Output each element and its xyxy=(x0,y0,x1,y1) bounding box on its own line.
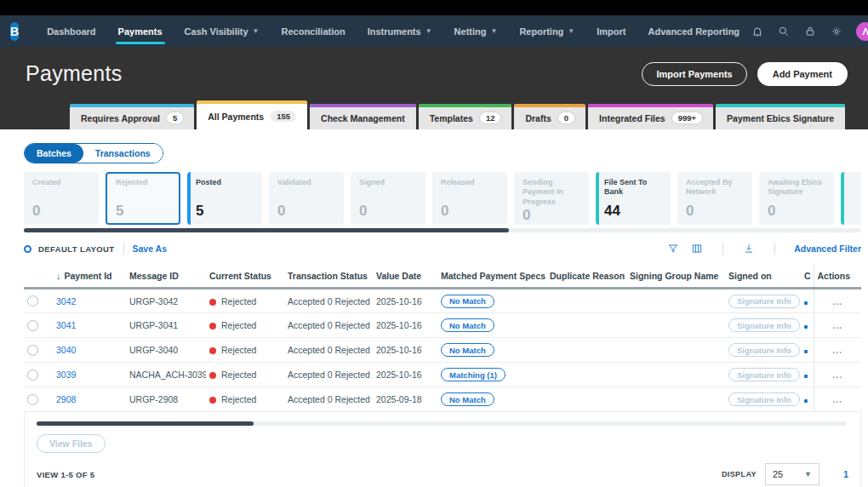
status-card-released[interactable]: Released0 xyxy=(432,172,507,225)
table-row: 2908 URGP-2908 Rejected Accepted 0 Rejec… xyxy=(24,387,861,412)
status-card-sending-payment-in-progress[interactable]: Sending Payment In Progress0 xyxy=(514,172,589,225)
signature-info-pill[interactable]: Signature Info xyxy=(728,343,800,357)
signature-info-pill[interactable]: Signature Info xyxy=(728,295,800,308)
nav-item-reconciliation[interactable]: Reconciliation xyxy=(271,15,357,47)
columns-icon[interactable] xyxy=(690,242,704,255)
nav-item-dashboard[interactable]: Dashboard xyxy=(36,15,106,47)
tab-color-bar xyxy=(310,104,416,107)
row-radio[interactable] xyxy=(27,320,38,331)
header-payment-id[interactable]: ↓Payment Id xyxy=(53,264,126,289)
toggle-batches[interactable]: Batches xyxy=(25,144,83,163)
signature-info-pill[interactable]: Signature Info xyxy=(728,392,800,406)
row-radio[interactable] xyxy=(27,295,38,307)
value-date-cell: 2025-09-18 xyxy=(373,387,437,412)
tab-payment-ebics-signature[interactable]: Payment Ebics Signature xyxy=(716,104,845,129)
card-count: 0 xyxy=(523,207,582,224)
signed-on-cell: Signature Info xyxy=(725,289,803,313)
cards-scrollbar-thumb[interactable] xyxy=(24,228,509,232)
status-card-accepted-by-network[interactable]: Accepted By Network0 xyxy=(677,172,752,225)
nav-item-reporting[interactable]: Reporting▼ xyxy=(508,15,585,47)
payment-id-link[interactable]: 3039 xyxy=(56,370,76,380)
page-size-select[interactable]: 25 ▼ xyxy=(765,463,819,485)
toggle-transactions[interactable]: Transactions xyxy=(83,144,163,163)
status-card-rejected[interactable]: Rejected5 xyxy=(106,172,180,225)
matched-specs-pill[interactable]: No Match xyxy=(441,343,494,357)
header-message-id: Message ID xyxy=(126,264,206,289)
tab-label: Templates xyxy=(430,113,473,123)
row-range-label: VIEW 1-5 OF 5 xyxy=(37,470,94,479)
tab-label: Check Management xyxy=(321,113,405,123)
row-radio[interactable] xyxy=(27,370,38,381)
user-avatar[interactable]: Λ xyxy=(856,22,868,41)
advanced-filter-link[interactable]: Advanced Filter xyxy=(794,244,861,254)
matched-specs-pill[interactable]: No Match xyxy=(441,392,494,406)
chevron-down-icon: ▼ xyxy=(804,470,812,478)
app-logo[interactable]: B xyxy=(10,22,19,41)
matched-specs-pill[interactable]: No Match xyxy=(441,295,494,308)
tab-integrated-files[interactable]: Integrated Files999+ xyxy=(588,104,713,129)
tab-label: Integrated Files xyxy=(599,113,665,123)
page-number[interactable]: 1 xyxy=(843,469,848,479)
view-files-button[interactable]: View Files xyxy=(37,434,106,453)
truncated-cell xyxy=(803,338,814,363)
header-current-status: Current Status xyxy=(206,264,284,289)
truncated-content xyxy=(804,350,808,353)
signing-group-cell xyxy=(626,289,725,313)
payment-id-link[interactable]: 3042 xyxy=(56,296,76,307)
nav-item-cash-visibility[interactable]: Cash Visibility▼ xyxy=(174,15,271,47)
tab-drafts[interactable]: Drafts0 xyxy=(514,104,585,129)
nav-item-import[interactable]: Import xyxy=(585,15,637,47)
status-card-created[interactable]: Created0 xyxy=(24,172,99,225)
matched-specs-pill[interactable]: No Match xyxy=(441,318,494,332)
signature-info-pill[interactable]: Signature Info xyxy=(728,368,800,381)
payment-id-link[interactable]: 3040 xyxy=(56,345,76,355)
tab-templates[interactable]: Templates12 xyxy=(419,104,512,129)
status-dot-icon xyxy=(209,372,216,379)
status-dot-icon xyxy=(209,323,216,329)
card-count: 0 xyxy=(441,203,500,220)
row-actions-button[interactable]: ... xyxy=(832,320,842,330)
page-title: Payments xyxy=(26,61,123,86)
search-icon[interactable] xyxy=(777,25,790,37)
tab-check-management[interactable]: Check Management xyxy=(310,104,416,129)
card-count: 0 xyxy=(686,203,745,220)
nav-item-netting[interactable]: Netting▼ xyxy=(443,15,509,47)
nav-item-instruments[interactable]: Instruments▼ xyxy=(357,15,443,47)
filter-icon[interactable] xyxy=(666,242,680,255)
status-card-file-sent-to-bank[interactable]: File Sent To Bank44 xyxy=(596,172,671,225)
table-header-row: ↓Payment Id Message ID Current Status Tr… xyxy=(24,264,861,289)
lock-icon[interactable] xyxy=(803,25,816,37)
save-as-link[interactable]: Save As xyxy=(133,244,167,254)
tab-count-badge: 12 xyxy=(480,112,501,123)
status-card-partial[interactable] xyxy=(841,172,861,225)
header-actions: Actions xyxy=(814,264,861,289)
download-icon[interactable] xyxy=(742,242,756,255)
pagination-bar: VIEW 1-5 OF 5 DISPLAY 25 ▼ 1 xyxy=(37,463,848,485)
tab-all-payments[interactable]: All Payments155 xyxy=(197,100,307,129)
status-card-posted[interactable]: Posted5 xyxy=(187,172,262,225)
row-radio[interactable] xyxy=(27,345,38,356)
card-label: Signed xyxy=(359,178,419,187)
add-payment-button[interactable]: Add Payment xyxy=(757,62,848,86)
row-actions-button[interactable]: ... xyxy=(832,394,842,404)
status-card-awaiting-ebics-signature[interactable]: Awaiting Ebics Signature0 xyxy=(759,172,834,225)
signature-info-pill[interactable]: Signature Info xyxy=(728,318,800,332)
row-radio[interactable] xyxy=(27,394,38,405)
payment-id-link[interactable]: 2908 xyxy=(56,394,76,404)
payment-id-link[interactable]: 3041 xyxy=(56,320,76,330)
header-value-date: Value Date xyxy=(373,264,437,289)
nav-item-advanced-reporting[interactable]: Advanced Reporting xyxy=(637,15,751,47)
row-actions-button[interactable]: ... xyxy=(832,345,842,355)
tab-requires-approval[interactable]: Requires Approval5 xyxy=(70,104,194,129)
nav-item-payments[interactable]: Payments xyxy=(107,15,174,47)
import-payments-button[interactable]: Import Payments xyxy=(642,62,746,86)
row-actions-button[interactable]: ... xyxy=(832,370,842,380)
row-actions-button[interactable]: ... xyxy=(832,296,842,307)
matched-specs-cell: No Match xyxy=(437,387,546,412)
gear-icon[interactable] xyxy=(830,25,842,37)
status-card-signed[interactable]: Signed0 xyxy=(351,172,425,225)
status-card-validated[interactable]: Validated0 xyxy=(269,172,344,225)
matched-specs-pill[interactable]: Matching (1) xyxy=(441,368,505,381)
bell-icon[interactable] xyxy=(751,25,763,37)
table-scrollbar-thumb[interactable] xyxy=(37,421,254,426)
